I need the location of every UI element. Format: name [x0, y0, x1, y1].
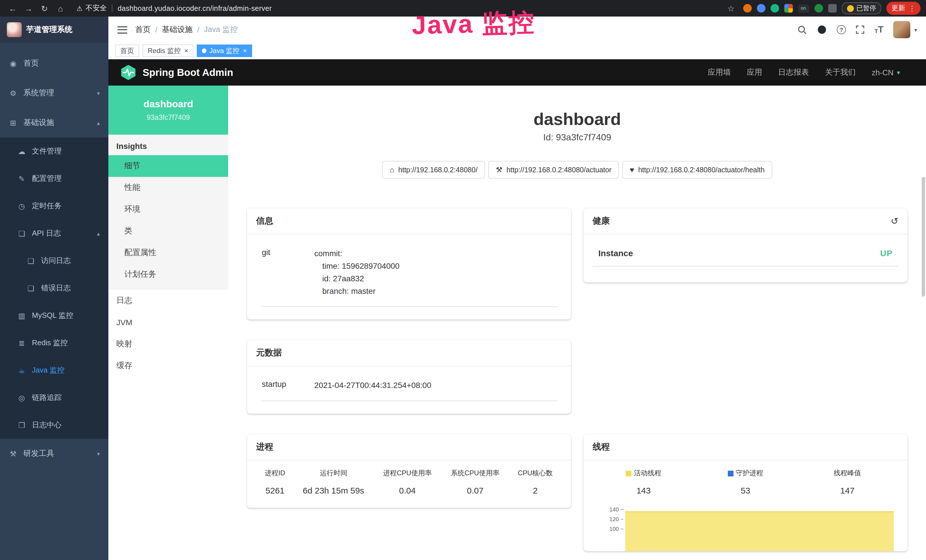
instance-header[interactable]: dashboard 93a3fc7f7409 [108, 86, 228, 135]
legend-label: 活动线程 [634, 468, 661, 478]
card-title: 信息 [247, 208, 571, 235]
close-icon[interactable]: × [243, 47, 247, 55]
log-icon: ❏ [26, 284, 35, 292]
sba-item-environment[interactable]: 环境 [108, 198, 228, 220]
instance-links: ⌂ http://192.168.0.2:48080/ ⚒ http://192… [228, 161, 926, 179]
nav-wallboard[interactable]: 应用墙 [708, 67, 731, 77]
process-pid: 5261 [255, 486, 295, 495]
user-avatar[interactable] [893, 21, 910, 38]
cpu-cores: 2 [508, 486, 563, 495]
tags-view: 首页 Redis 监控 × Java 监控 × [108, 43, 926, 59]
sba-item-metrics[interactable]: 性能 [108, 177, 228, 198]
sba-item-config-properties[interactable]: 配置属性 [108, 242, 228, 263]
link-service-url[interactable]: ⌂ http://192.168.0.2:48080/ [383, 161, 485, 179]
health-instance-row[interactable]: Instance UP [593, 241, 898, 266]
breadcrumb-separator: / [197, 26, 200, 34]
active-threads-value: 143 [593, 486, 694, 495]
extension-icon[interactable] [743, 4, 752, 12]
browser-menu-icon[interactable]: ⋮ [909, 4, 915, 12]
admin-menu: ◉ 首页 ⚙ 系统管理 ▾ ⊞ 基础设施 ▴ ☁ 文件管理 [0, 43, 108, 468]
sidebar-item-mysql-monitor[interactable]: ▥ MySQL 监控 [0, 302, 108, 329]
sba-item-loggers[interactable]: 日志 [108, 290, 228, 312]
github-icon[interactable] [817, 24, 827, 35]
close-icon[interactable]: × [184, 47, 188, 55]
extension-icon[interactable] [814, 4, 823, 12]
sidebar-item-home[interactable]: ◉ 首页 [0, 48, 108, 78]
fullscreen-icon[interactable] [856, 25, 865, 34]
home-icon: ⌂ [390, 165, 394, 174]
nav-applications[interactable]: 应用 [747, 67, 762, 77]
sba-item-jvm[interactable]: JVM [108, 312, 228, 333]
daemon-threads-value: 53 [694, 486, 796, 495]
extension-puzzle-icon[interactable] [828, 4, 837, 12]
link-label: http://192.168.0.2:48080/ [398, 166, 478, 174]
logo-avatar [7, 22, 22, 37]
sba-item-scheduled-tasks[interactable]: 计划任务 [108, 263, 228, 285]
back-icon[interactable]: ← [6, 4, 20, 13]
extension-icon[interactable] [757, 4, 765, 12]
card-process: 进程 进程ID 运行时间 进程CPU使用率 系统CPU使用率 CPU核心数 [247, 434, 571, 508]
sidebar-item-error-log[interactable]: ❏ 错误日志 [0, 274, 108, 302]
nav-journal[interactable]: 日志报表 [778, 67, 809, 77]
sidebar-toggle-icon[interactable] [118, 26, 127, 33]
page-instance-id: Id: 93a3fc7f7409 [228, 132, 926, 143]
tab-home[interactable]: 首页 [115, 44, 139, 57]
sba-item-details[interactable]: 细节 [108, 155, 228, 177]
sidebar-item-scheduled-job[interactable]: ◷ 定时任务 [0, 192, 108, 219]
tab-java-monitor[interactable]: Java 监控 × [197, 44, 252, 57]
dashboard-icon: ◉ [9, 59, 18, 68]
active-threads-swatch [626, 471, 632, 476]
sidebar-item-label: API 日志 [32, 228, 61, 239]
breadcrumb-home[interactable]: 首页 [135, 24, 151, 35]
extension-icon[interactable] [770, 4, 779, 12]
reload-icon[interactable]: ↻ [38, 4, 51, 13]
sba-brand[interactable]: Spring Boot Admin [120, 64, 233, 81]
sidebar-item-log-center[interactable]: ❐ 日志中心 [0, 412, 108, 439]
sidebar-item-dev-tools[interactable]: ⚒ 研发工具 ▾ [0, 439, 108, 468]
search-icon[interactable] [797, 25, 807, 35]
breadcrumb-infra[interactable]: 基础设施 [162, 24, 193, 35]
java-icon: ☕ [17, 366, 26, 375]
app-header: 首页 / 基础设施 / Java 监控 ? [108, 17, 926, 43]
extension-on-icon[interactable]: on [798, 4, 809, 12]
process-col-header: 进程ID [255, 468, 295, 478]
app-logo[interactable]: 芋道管理系统 [0, 17, 108, 43]
process-col-header: 系统CPU使用率 [443, 468, 508, 478]
sba-item-mappings[interactable]: 映射 [108, 333, 228, 355]
sidebar-item-api-log[interactable]: ❏ API 日志 ▴ [0, 219, 108, 247]
update-button[interactable]: 更新 ⋮ [887, 2, 921, 15]
help-icon[interactable]: ? [837, 25, 846, 34]
sidebar-item-config-manage[interactable]: ✎ 配置管理 [0, 165, 108, 192]
paused-badge[interactable]: 已暂停 [841, 2, 881, 14]
link-health-url[interactable]: ♥ http://192.168.0.2:48080/actuator/heal… [622, 161, 772, 179]
extension-icon[interactable] [784, 4, 793, 12]
link-actuator-url[interactable]: ⚒ http://192.168.0.2:48080/actuator [489, 161, 619, 179]
address-bar[interactable]: ⚠ 不安全 dashboard.yudao.iocoder.cn/infra/a… [76, 3, 272, 13]
browser-home-icon[interactable]: ⌂ [54, 4, 67, 13]
sidebar-item-access-log[interactable]: ❏ 访问日志 [0, 247, 108, 274]
nav-about[interactable]: 关于我们 [825, 67, 856, 77]
font-size-icon[interactable]: TT [875, 25, 884, 34]
tab-redis-monitor[interactable]: Redis 监控 × [142, 44, 194, 57]
sidebar-item-redis-monitor[interactable]: ≣ Redis 监控 [0, 329, 108, 357]
url-text[interactable]: dashboard.yudao.iocoder.cn/infra/admin-s… [118, 4, 272, 12]
sidebar-item-system[interactable]: ⚙ 系统管理 ▾ [0, 78, 108, 108]
sidebar-item-infra[interactable]: ⊞ 基础设施 ▴ [0, 108, 108, 138]
chevron-down-icon[interactable]: ▾ [914, 27, 917, 33]
process-col-header: 进程CPU使用率 [372, 468, 443, 478]
sidebar-item-java-monitor[interactable]: ☕ Java 监控 [0, 357, 108, 384]
history-icon[interactable]: ↺ [891, 216, 898, 227]
sba-item-caches[interactable]: 缓存 [108, 355, 228, 377]
process-table-values: 5261 6d 23h 15m 59s 0.04 0.07 2 [255, 478, 563, 495]
sidebar-item-trace[interactable]: ◎ 链路追踪 [0, 384, 108, 412]
git-commit-line: commit: [314, 247, 399, 260]
locale-select[interactable]: zh-CN ▾ [872, 68, 900, 77]
bookmark-star-icon[interactable]: ☆ [724, 4, 738, 13]
forward-icon[interactable]: → [22, 4, 35, 13]
scrollbar-thumb[interactable] [922, 177, 925, 297]
clock-icon: ◷ [17, 202, 26, 210]
sidebar-item-file-manage[interactable]: ☁ 文件管理 [0, 138, 108, 165]
smiley-icon [847, 5, 853, 12]
cloud-icon: ☁ [17, 147, 26, 156]
sba-item-classes[interactable]: 类 [108, 220, 228, 242]
